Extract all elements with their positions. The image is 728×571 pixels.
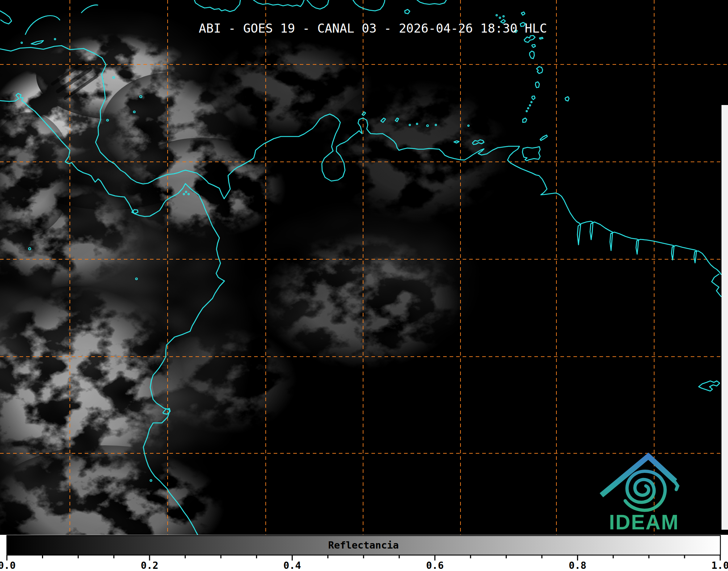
colorbar-tick-label: 0.6 [426, 560, 444, 571]
colorbar-tick-label: 0.8 [569, 560, 586, 571]
colorbar-tick-label: 1.0 [711, 560, 728, 571]
satellite-map-canvas: ABI - GOES 19 - CANAL 03 - 2026-04-26 18… [0, 0, 728, 571]
colorbar-tick-label: 0.2 [141, 560, 159, 571]
satellite-image-viewer: ABI - GOES 19 - CANAL 03 - 2026-04-26 18… [0, 0, 728, 571]
colorbar-tick-label: 0.4 [283, 560, 301, 571]
colorbar-label: Reflectancia [328, 539, 399, 551]
scan-edge-strip [721, 105, 728, 530]
logo-wordmark: IDEAM [609, 511, 679, 534]
cloud-layer [0, 0, 728, 535]
colorbar: Reflectancia 0.00.20.40.60.81.0 [0, 535, 728, 571]
colorbar-tick-label: 0.0 [0, 560, 16, 571]
map-title: ABI - GOES 19 - CANAL 03 - 2026-04-26 18… [199, 21, 547, 35]
